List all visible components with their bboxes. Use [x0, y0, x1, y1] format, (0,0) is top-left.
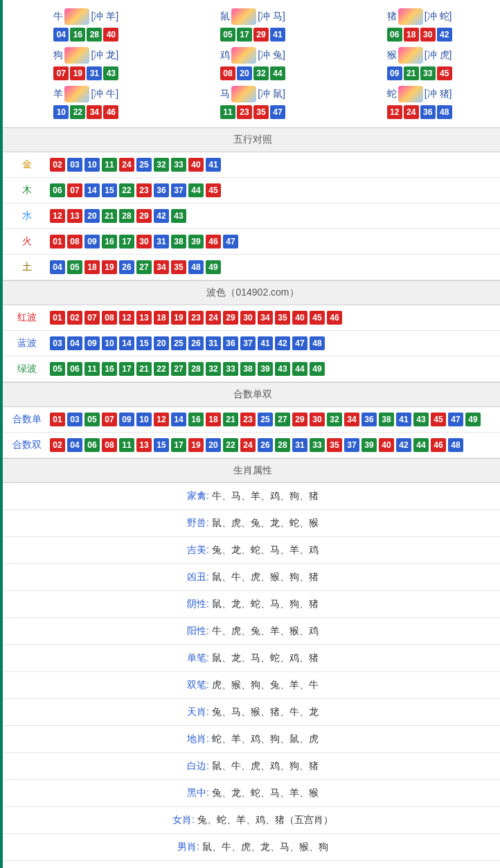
number-ball: 48 [310, 336, 325, 350]
bose-row: 红波0102070812131819232429303435404546 [3, 305, 500, 331]
zodiac-icon [398, 47, 423, 64]
bose-row: 绿波05061116172122272832333839434449 [3, 356, 500, 382]
number-ball: 48 [437, 105, 452, 119]
zodiac-name: 鼠 [220, 10, 230, 23]
number-ball: 40 [292, 311, 307, 325]
number-ball: 29 [292, 413, 307, 426]
number-ball: 27 [275, 413, 290, 426]
heshu-rows: 合数单0103050709101214161821232527293032343… [3, 407, 500, 458]
number-ball: 21 [223, 413, 238, 426]
zodiac-balls: 10223446 [3, 105, 170, 119]
zodiac-balls: 04162840 [3, 28, 170, 42]
attr-value: 鼠、龙、马、蛇、鸡、猪 [212, 652, 319, 663]
bose-balls: 0102070812131819232429303435404546 [50, 311, 342, 325]
shengxiao-header: 生肖属性 [3, 458, 500, 483]
number-ball: 33 [223, 362, 238, 376]
number-ball: 15 [102, 183, 117, 197]
wuxing-balls: 1213202128294243 [50, 209, 186, 223]
number-ball: 46 [327, 311, 342, 325]
zodiac-title: 鸡[冲 兔] [170, 47, 337, 64]
wuxing-label: 木 [10, 184, 44, 197]
number-ball: 23 [240, 413, 256, 426]
number-ball: 07 [53, 66, 69, 80]
attr-row: 地肖:蛇、羊、鸡、狗、鼠、虎 [3, 726, 500, 753]
number-ball: 47 [292, 336, 307, 350]
number-ball: 02 [67, 311, 82, 325]
zodiac-balls: 07193143 [3, 66, 170, 80]
number-ball: 41 [396, 413, 411, 426]
number-ball: 28 [119, 209, 134, 223]
number-ball: 33 [420, 66, 436, 80]
number-ball: 42 [154, 209, 169, 223]
attr-label: 单笔: [187, 652, 209, 663]
number-ball: 34 [258, 311, 273, 325]
attr-row: 单笔:鼠、龙、马、蛇、鸡、猪 [3, 645, 500, 672]
number-ball: 19 [188, 438, 204, 452]
attr-value: 兔、蛇、羊、鸡、猪（五宫肖） [197, 814, 333, 825]
attr-row: 黑中:兔、龙、蛇、马、羊、猴 [3, 780, 500, 807]
number-ball: 28 [87, 28, 102, 42]
number-ball: 43 [103, 66, 118, 80]
attr-row: 阴性:鼠、龙、蛇、马、狗、猪 [3, 591, 500, 618]
number-ball: 25 [171, 336, 186, 350]
number-ball: 44 [188, 183, 204, 197]
number-ball: 18 [84, 260, 100, 274]
zodiac-name: 羊 [53, 88, 63, 100]
number-ball: 12 [154, 413, 169, 426]
number-ball: 28 [188, 362, 204, 376]
zodiac-icon [64, 8, 89, 25]
number-ball: 46 [103, 105, 118, 119]
number-ball: 33 [171, 158, 186, 172]
number-ball: 05 [67, 260, 82, 274]
zodiac-conflict: [冲 虎] [425, 49, 452, 62]
wuxing-balls: 02031011242532334041 [50, 158, 221, 172]
zodiac-conflict: [冲 猪] [425, 88, 452, 100]
heshu-balls: 0204060811131517192022242628313335373940… [50, 438, 463, 452]
number-ball: 09 [84, 235, 100, 248]
number-ball: 24 [119, 158, 134, 172]
attr-value: 鼠、牛、虎、龙、马、猴、狗 [202, 841, 328, 852]
attr-label: 吉美: [187, 544, 209, 555]
attr-rows: 家禽:牛、马、羊、鸡、狗、猪野兽:鼠、虎、兔、龙、蛇、猴吉美:兔、龙、蛇、马、羊… [3, 483, 500, 868]
number-ball: 23 [237, 105, 252, 119]
bose-balls: 03040910141520252631363741424748 [50, 336, 325, 350]
attr-label: 女肖: [172, 814, 195, 825]
number-ball: 03 [50, 336, 65, 350]
number-ball: 36 [420, 105, 436, 119]
attr-label: 阳性: [187, 625, 209, 636]
number-ball: 08 [102, 311, 117, 325]
attr-row: 男肖:鼠、牛、虎、龙、马、猴、狗 [3, 834, 500, 861]
number-ball: 29 [223, 311, 238, 325]
zodiac-cell: 牛[冲 羊]04162840 [3, 6, 170, 44]
number-ball: 36 [361, 413, 377, 426]
number-ball: 10 [53, 105, 69, 119]
number-ball: 29 [253, 28, 269, 42]
zodiac-name: 蛇 [387, 88, 397, 100]
number-ball: 40 [379, 438, 394, 452]
number-ball: 25 [136, 158, 152, 172]
number-ball: 24 [404, 105, 419, 119]
attr-label: 野兽: [187, 517, 209, 528]
attr-row: 家禽:牛、马、羊、鸡、狗、猪 [3, 483, 500, 510]
number-ball: 42 [396, 438, 411, 452]
number-ball: 12 [50, 209, 65, 223]
number-ball: 32 [327, 413, 342, 426]
number-ball: 09 [119, 413, 134, 426]
zodiac-icon [64, 86, 89, 102]
number-ball: 16 [102, 235, 117, 248]
zodiac-cell: 狗[冲 龙]07193143 [3, 44, 170, 83]
number-ball: 04 [53, 28, 69, 42]
number-ball: 16 [102, 362, 117, 376]
zodiac-conflict: [冲 羊] [91, 10, 118, 23]
number-ball: 07 [102, 413, 117, 426]
number-ball: 26 [119, 260, 134, 274]
wuxing-label: 水 [10, 210, 44, 222]
number-ball: 01 [50, 311, 65, 325]
heshu-row: 合数双0204060811131517192022242628313335373… [3, 433, 500, 458]
zodiac-name: 马 [220, 88, 230, 100]
number-ball: 30 [310, 413, 325, 426]
number-ball: 07 [84, 311, 100, 325]
number-ball: 17 [119, 235, 134, 248]
number-ball: 38 [379, 413, 394, 426]
number-ball: 40 [103, 28, 118, 42]
